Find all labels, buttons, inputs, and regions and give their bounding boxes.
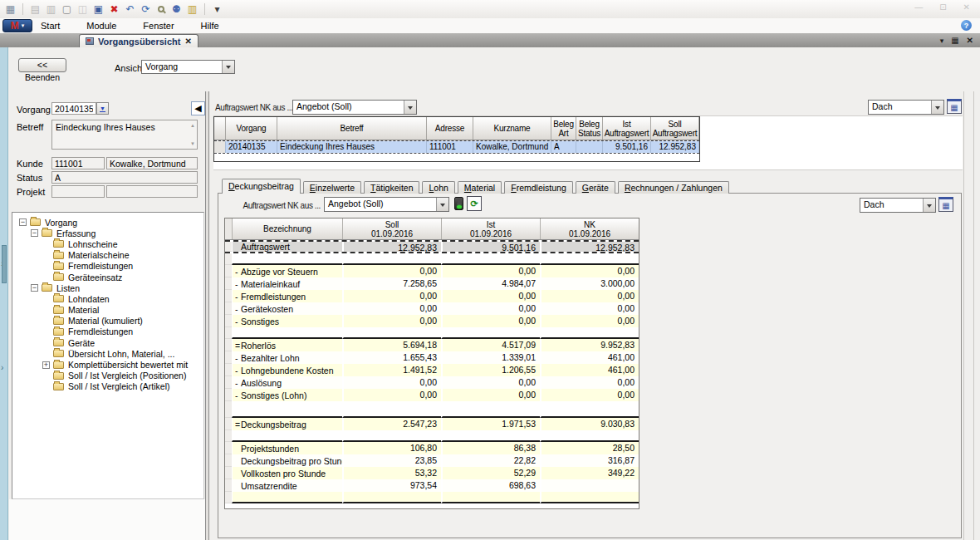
- tree-expander-plus-icon[interactable]: +: [42, 361, 50, 369]
- tree-item-material-kumuliert[interactable]: Material (kumuliert): [12, 316, 203, 326]
- beenden-button[interactable]: << Beenden: [18, 58, 66, 72]
- table-row-auftragswert[interactable]: Auftragswert12.952,839.501,1612.952,83: [225, 240, 639, 253]
- grid-cell-gutter[interactable]: [214, 141, 226, 153]
- tab-lohn[interactable]: Lohn: [422, 181, 454, 194]
- collapsed-side-panel[interactable]: › ›: [0, 47, 8, 540]
- grid-cell-beleg-art[interactable]: A: [551, 141, 576, 153]
- grid-cell-beleg-status[interactable]: [576, 141, 603, 153]
- grid-cell-kurzname[interactable]: Kowalke, Dortmund: [473, 141, 551, 153]
- app-logo-button[interactable]: M ▾: [2, 19, 32, 32]
- table-row-lohngebundene-kosten[interactable]: -Lohngebundene Kosten1.491,521.206,55461…: [225, 364, 639, 376]
- select-from-list-button[interactable]: ▼: [96, 102, 109, 115]
- close-icon[interactable]: ✕: [963, 2, 970, 12]
- grid-cell-vorgang[interactable]: 20140135: [226, 141, 277, 153]
- collapse-left-button[interactable]: ◀: [191, 101, 205, 115]
- grid-column-header-soll-auftragswert[interactable]: Soll Auftragswert: [651, 117, 699, 140]
- dropdown-arrow-icon[interactable]: [923, 199, 935, 212]
- tree-item-material[interactable]: Material: [12, 305, 203, 316]
- table-row-geratekosten[interactable]: -Gerätekosten0,000,000,00: [225, 302, 639, 315]
- print-icon[interactable]: ▤: [29, 3, 42, 16]
- grid-cell-soll-auftragswert[interactable]: 12.952,83: [651, 141, 699, 153]
- users-info-icon[interactable]: ⚉: [170, 3, 183, 16]
- undo-icon[interactable]: ↶: [124, 3, 136, 16]
- table-config-button[interactable]: ▦: [947, 99, 962, 114]
- tree-expander-minus-icon[interactable]: −: [19, 218, 27, 226]
- tree-item-ubersicht-lohn-material[interactable]: Übersicht Lohn, Material, ...: [12, 348, 203, 359]
- minimize-icon[interactable]: —: [914, 2, 923, 12]
- grid-selected-row[interactable]: 20140135Eindeckung Ihres Hauses111001Kow…: [214, 140, 699, 154]
- tree-item-gerateeinsatz[interactable]: Geräteeinsatz: [12, 272, 203, 282]
- calculator-icon[interactable]: ▦: [4, 3, 17, 16]
- tree-item-lohndaten[interactable]: Lohndaten: [12, 293, 203, 304]
- dach-dropdown-top[interactable]: Dach: [868, 100, 944, 115]
- scroll-down-icon[interactable]: ▼: [190, 141, 195, 146]
- db-column-header-bezeichnung[interactable]: Bezeichnung: [232, 218, 342, 239]
- table-row-sonstiges[interactable]: -Sonstiges0,000,000,00: [225, 315, 639, 327]
- table-row-umsatzrendite[interactable]: Umsatzrendite973,54698,63: [225, 479, 639, 492]
- toolbar-overflow-icon[interactable]: ▾: [211, 3, 223, 16]
- dropdown-arrow-icon[interactable]: [931, 101, 943, 114]
- tree-item-soll-ist-vergleich-artikel[interactable]: Soll / Ist Vergleich (Artikel): [12, 381, 203, 392]
- grid-column-header-gutter[interactable]: [214, 117, 226, 140]
- close-tab-icon[interactable]: ✕: [967, 36, 973, 45]
- grid-column-header-adresse[interactable]: Adresse: [427, 117, 473, 140]
- help-book-icon[interactable]: ▥: [186, 3, 198, 16]
- tab-rechnungen-zahlungen[interactable]: Rechnungen / Zahlungen: [618, 181, 729, 194]
- table-row-deckungsbeitrag-pro-stunde[interactable]: Deckungsbeitrag pro Stunde23,8522,82316,…: [225, 454, 639, 467]
- dropdown-arrow-icon[interactable]: [222, 61, 234, 73]
- menu-fenster[interactable]: Fenster: [140, 20, 177, 32]
- tree-item-fremdleistungen[interactable]: Fremdleistungen: [12, 326, 203, 337]
- table-row-abzuge-vor-steuern[interactable]: -Abzüge vor Steuern0,000,000,00: [225, 265, 639, 277]
- tab-vorgangsuebersicht[interactable]: Vorgangsübersicht ✕: [79, 34, 198, 47]
- table-row-deckungsbeitrag[interactable]: =Deckungsbeitrag2.547,231.971,539.030,83: [225, 418, 639, 430]
- save-as-icon[interactable]: ◫: [76, 3, 89, 16]
- tab-close-icon[interactable]: ✕: [184, 37, 191, 46]
- restore-icon[interactable]: ⊡: [939, 2, 946, 12]
- grid-column-header-vorgang[interactable]: Vorgang: [226, 117, 277, 140]
- grid-cell-adresse[interactable]: 111001: [427, 141, 473, 153]
- grid-column-header-beleg-art[interactable]: Beleg Art: [551, 117, 576, 140]
- vertical-splitter[interactable]: [205, 91, 209, 540]
- table-row-sonstiges-lohn[interactable]: -Sonstiges (Lohn)0,000,000,00: [225, 389, 639, 401]
- tab-fremdleistung[interactable]: Fremdleistung: [504, 181, 573, 194]
- tab-gerate[interactable]: Geräte: [576, 181, 615, 194]
- tree-expander-minus-icon[interactable]: −: [31, 284, 38, 292]
- grid-cell-betreff[interactable]: Eindeckung Ihres Hauses: [277, 141, 427, 153]
- grid-column-header-betreff[interactable]: Betreff: [277, 117, 427, 140]
- dach-dropdown-detail[interactable]: Dach: [860, 198, 936, 213]
- tree-item-fremdleistungen[interactable]: Fremdleistungen: [12, 261, 203, 272]
- table-row-fremdleistungen[interactable]: -Fremdleistungen0,000,000,00: [225, 290, 639, 302]
- delete-icon[interactable]: ✖: [108, 3, 120, 16]
- scroll-up-icon[interactable]: ▲: [190, 123, 195, 128]
- new-document-icon[interactable]: ▢: [61, 3, 73, 16]
- window-grid-icon[interactable]: ▦: [951, 36, 958, 45]
- tree-item-listen[interactable]: −Listen: [12, 282, 203, 293]
- chevron-down-icon[interactable]: ▾: [940, 37, 944, 45]
- db-column-header-soll[interactable]: Soll 01.09.2016: [342, 218, 441, 239]
- table-row-materialeinkauf[interactable]: -Materialeinkauf7.258,654.984,073.000,00: [225, 277, 639, 290]
- db-column-header-nk[interactable]: NK 01.09.2016: [540, 218, 639, 239]
- tab-einzelwerte[interactable]: Einzelwerte: [303, 181, 361, 194]
- grid-column-header-kurzname[interactable]: Kurzname: [473, 117, 551, 140]
- betreff-field[interactable]: Eindeckung Ihres Hauses ▲ ▼: [51, 120, 198, 150]
- vorgang-input[interactable]: [51, 102, 96, 115]
- tree-item-soll-ist-vergleich-positionen[interactable]: Soll / Ist Vergleich (Positionen): [12, 371, 203, 381]
- table-row-auslosung[interactable]: -Auslösung0,000,000,00: [225, 376, 639, 389]
- help-icon[interactable]: ?: [961, 20, 972, 31]
- menu-start[interactable]: Start: [37, 20, 63, 32]
- table-config-button-detail[interactable]: ▦: [938, 197, 953, 212]
- print-preview-icon[interactable]: ▥: [45, 3, 57, 16]
- refresh-globe-icon[interactable]: ⟳: [140, 3, 152, 16]
- grid-column-header-beleg-status[interactable]: Beleg Status: [576, 117, 603, 140]
- tab-deckungsbeitrag[interactable]: Deckungsbeitrag: [222, 179, 301, 194]
- projekt-name-input[interactable]: [106, 185, 198, 198]
- grid-column-header-ist-auftragswert[interactable]: Ist Auftragswert: [603, 117, 651, 140]
- kunde-nr-input[interactable]: [51, 157, 105, 169]
- table-row-bezahlter-lohn[interactable]: -Bezahlter Lohn1.655,431.339,01461,00: [225, 351, 639, 364]
- refresh-button[interactable]: ⟳: [467, 196, 482, 211]
- ansicht-dropdown[interactable]: Vorgang: [141, 60, 235, 74]
- menu-hilfe[interactable]: Hilfe: [198, 20, 223, 32]
- grid-cell-ist-auftragswert[interactable]: 9.501,16: [603, 141, 651, 153]
- projekt-nr-input[interactable]: [51, 185, 105, 198]
- tree-expander-minus-icon[interactable]: −: [31, 229, 38, 237]
